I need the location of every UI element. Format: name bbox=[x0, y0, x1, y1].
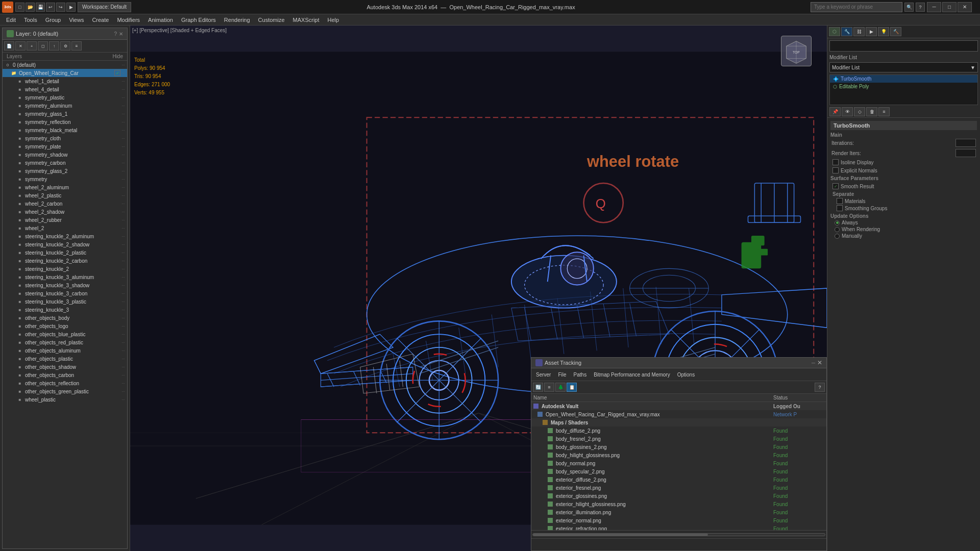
layer-item[interactable]: ■symmetry_shadow··· bbox=[3, 151, 127, 159]
render-iters-input[interactable]: 2 bbox=[955, 149, 976, 157]
undo-btn[interactable]: ↩ bbox=[46, 3, 55, 12]
layer-item[interactable]: ■wheel_2_rubber··· bbox=[3, 216, 127, 224]
smoothing-groups-checkbox[interactable] bbox=[837, 205, 843, 211]
at-help-btn[interactable]: ? bbox=[815, 383, 825, 392]
menu-help[interactable]: Help bbox=[324, 14, 344, 26]
menu-rendering[interactable]: Rendering bbox=[220, 14, 254, 26]
layer-item[interactable]: ■symmetry_cloth··· bbox=[3, 134, 127, 142]
hierarchy-tab[interactable]: ⛓ bbox=[853, 27, 865, 36]
layers-close-btn[interactable]: ✕ bbox=[119, 31, 123, 37]
at-menu-options[interactable]: Options bbox=[674, 370, 698, 379]
layer-item[interactable]: ■other_objects_shadow··· bbox=[3, 363, 127, 371]
layer-item[interactable]: ■steering_knuckle_2_plastic··· bbox=[3, 248, 127, 257]
make-unique-btn[interactable]: ◇ bbox=[854, 107, 865, 116]
layer-item[interactable]: ■wheel_2_shadow··· bbox=[3, 208, 127, 216]
menu-customize[interactable]: Customize bbox=[254, 14, 289, 26]
at-tree-btn[interactable]: 🌲 bbox=[555, 383, 566, 392]
layer-item[interactable]: ■wheel_2··· bbox=[3, 224, 127, 232]
menu-graph-editors[interactable]: Graph Editors bbox=[177, 14, 220, 26]
manually-radio[interactable]: Manually bbox=[835, 233, 977, 239]
at-list-item[interactable]: Maps / Shaders bbox=[531, 418, 826, 427]
menu-edit[interactable]: Edit bbox=[2, 14, 20, 26]
motion-tab[interactable]: ▶ bbox=[866, 27, 877, 36]
layer-item[interactable]: ■other_objects_body··· bbox=[3, 314, 127, 322]
at-horizontal-scrollbar[interactable] bbox=[531, 530, 826, 538]
menu-create[interactable]: Create bbox=[88, 14, 113, 26]
menu-group[interactable]: Group bbox=[41, 14, 65, 26]
layer-item[interactable]: ■wheel_4_detail··· bbox=[3, 85, 127, 93]
smoothing-groups-row[interactable]: Smoothing Groups bbox=[835, 205, 977, 211]
at-menu-paths[interactable]: Paths bbox=[571, 370, 590, 379]
layer-item[interactable]: ■symmetry_black_metal··· bbox=[3, 126, 127, 134]
menu-animation[interactable]: Animation bbox=[144, 14, 177, 26]
show-final-btn[interactable]: 👁 bbox=[842, 107, 853, 116]
when-rendering-radio-dot[interactable] bbox=[835, 227, 840, 232]
layer-item[interactable]: 📁Open_Wheel_Racing_Car✓··· bbox=[3, 69, 127, 77]
at-list-item[interactable]: body_hilight_glossiness.pngFound bbox=[531, 451, 826, 459]
create-tab[interactable]: ⬡ bbox=[829, 27, 840, 36]
layer-move-btn[interactable]: ↑ bbox=[49, 41, 59, 51]
layer-item[interactable]: ■other_objects_blue_plastic··· bbox=[3, 330, 127, 338]
redo-btn[interactable]: ↪ bbox=[56, 3, 65, 12]
layer-item[interactable]: ■symmetry_reflection··· bbox=[3, 118, 127, 126]
modifier-editable-poly[interactable]: ⬡ Editable Poly bbox=[830, 83, 977, 90]
layer-item[interactable]: ■symmetry_plastic··· bbox=[3, 93, 127, 102]
layer-item[interactable]: ■symmetry_aluminum··· bbox=[3, 102, 127, 110]
at-list-item[interactable]: Open_Wheel_Racing_Car_Rigged_max_vray.ma… bbox=[531, 410, 826, 418]
at-list-item[interactable]: exterior_diffuse_2.pngFound bbox=[531, 475, 826, 484]
layer-item[interactable]: ■wheel_2_aluminum··· bbox=[3, 183, 127, 191]
layer-item[interactable]: ■symmetry_glass_1··· bbox=[3, 110, 127, 118]
manually-radio-dot[interactable] bbox=[835, 234, 840, 239]
layer-item[interactable]: ■wheel_plastic··· bbox=[3, 395, 127, 404]
layer-delete-btn[interactable]: ✕ bbox=[15, 41, 26, 51]
layer-select-btn[interactable]: ◻ bbox=[38, 41, 48, 51]
iterations-input[interactable]: 0 bbox=[955, 139, 976, 147]
at-close-btn[interactable]: ✕ bbox=[817, 359, 822, 366]
menu-modifiers[interactable]: Modifiers bbox=[113, 14, 144, 26]
materials-row[interactable]: Materials bbox=[835, 198, 977, 204]
layer-item[interactable]: ■steering_knuckle_3_plastic··· bbox=[3, 297, 127, 306]
explicit-normals-checkbox[interactable] bbox=[832, 167, 839, 173]
layer-item[interactable]: ■wheel_2_plastic··· bbox=[3, 191, 127, 199]
menu-views[interactable]: Views bbox=[65, 14, 88, 26]
object-name-field[interactable]: other_objects_body bbox=[829, 40, 978, 52]
remove-modifier-btn[interactable]: 🗑 bbox=[866, 107, 877, 116]
isoline-checkbox[interactable] bbox=[832, 159, 839, 165]
materials-checkbox[interactable] bbox=[837, 198, 843, 204]
pin-stack-btn[interactable]: 📌 bbox=[829, 107, 841, 116]
layer-item[interactable]: ■wheel_2_carbon··· bbox=[3, 199, 127, 208]
at-list-item[interactable]: body_normal.pngFound bbox=[531, 459, 826, 467]
layer-item[interactable]: ■other_objects_aluminum··· bbox=[3, 346, 127, 355]
layer-item[interactable]: ■symmetry_glass_2··· bbox=[3, 167, 127, 175]
view-cube[interactable]: TOP bbox=[781, 36, 817, 71]
modifier-turbosmooth[interactable]: 💠 TurboSmooth bbox=[830, 75, 977, 83]
layer-add-btn[interactable]: + bbox=[27, 41, 37, 51]
layer-item[interactable]: ■symmetry_carbon··· bbox=[3, 159, 127, 167]
layer-item[interactable]: ■other_objects_carbon··· bbox=[3, 371, 127, 379]
layer-new-btn[interactable]: 📄 bbox=[4, 41, 14, 51]
layer-item[interactable]: ■other_objects_logo··· bbox=[3, 322, 127, 330]
layer-item[interactable]: ■steering_knuckle_3_shadow··· bbox=[3, 281, 127, 289]
at-detail-btn[interactable]: 📋 bbox=[567, 383, 577, 392]
layer-item[interactable]: ■steering_knuckle_3_aluminum··· bbox=[3, 273, 127, 281]
at-minimize-btn[interactable]: ─ bbox=[812, 360, 815, 366]
modifier-dropdown[interactable]: Modifier List▼ bbox=[829, 62, 978, 72]
at-list-item[interactable]: exterior_hilight_glossiness.pngFound bbox=[531, 500, 826, 508]
layer-item[interactable]: ■wheel_1_detail··· bbox=[3, 77, 127, 85]
layer-item[interactable]: ■other_objects_plastic··· bbox=[3, 355, 127, 363]
modify-tab[interactable]: 🔧 bbox=[841, 27, 852, 36]
layer-item[interactable]: ■steering_knuckle_2··· bbox=[3, 265, 127, 273]
configure-modifier-sets-btn[interactable]: ≡ bbox=[878, 107, 890, 116]
layer-item[interactable]: ■symmetry_plate··· bbox=[3, 142, 127, 151]
at-list-item[interactable]: body_diffuse_2.pngFound bbox=[531, 427, 826, 435]
search-btn[interactable]: 🔍 bbox=[904, 3, 914, 12]
close-btn[interactable]: ✕ bbox=[958, 2, 972, 12]
always-radio[interactable]: Always bbox=[835, 220, 977, 226]
display-tab[interactable]: 💡 bbox=[878, 27, 889, 36]
always-radio-dot[interactable] bbox=[835, 220, 840, 226]
menu-tools[interactable]: Tools bbox=[20, 14, 41, 26]
at-content-list[interactable]: Autodesk VaultLogged OuOpen_Wheel_Racing… bbox=[531, 402, 826, 530]
open-btn[interactable]: 📂 bbox=[26, 3, 35, 12]
layer-item[interactable]: ■symmetry··· bbox=[3, 175, 127, 183]
layer-item[interactable]: ■steering_knuckle_2_shadow··· bbox=[3, 240, 127, 248]
